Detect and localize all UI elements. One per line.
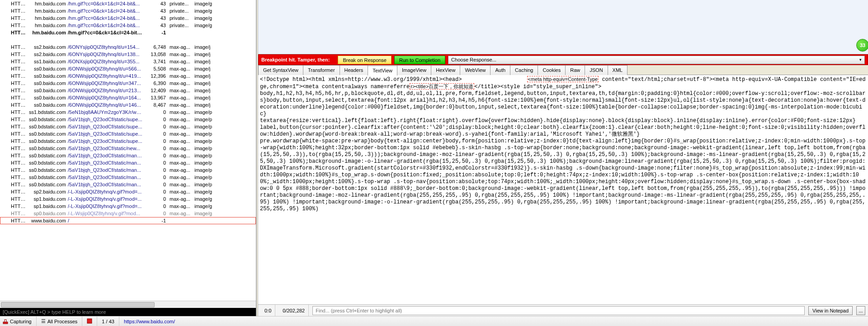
find-input[interactable]	[312, 306, 805, 315]
host-cell: ss0.bdstatic.com	[27, 152, 68, 159]
session-row[interactable]: HTTPSss0.baidu.com/6ONWsjip0QIZ8tyhnq/it…	[0, 87, 256, 94]
session-row[interactable]: HTTPSss0.bdstatic.com/5aV1bjqh_Q23odCf/s…	[0, 137, 256, 145]
url-cell: /5aV1bjqh_Q23odCf/static/man...	[68, 174, 142, 181]
host-cell: hm.baidu.com	[27, 14, 68, 22]
tab-json[interactable]: JSON	[585, 65, 608, 75]
host-cell: ss0.baidu.com	[27, 72, 68, 80]
selected-url: https://www.baidu.com/	[124, 319, 175, 324]
tab-caching[interactable]: Caching	[510, 65, 538, 75]
session-row[interactable]: HTTPShm.baidu.com/hm.gif?cc=0&ck=1&cl=24…	[0, 22, 256, 29]
session-row[interactable]	[0, 36, 256, 43]
size-cell: 12,409	[142, 87, 170, 94]
session-row[interactable]: HTTPShm.baidu.com/hm.gif?cc=0&ck=1&cl=24…	[0, 29, 256, 36]
tab-hexview[interactable]: HexView	[431, 65, 460, 75]
url-cell: /-L-Xsjip0QIZ8tyhnq/v.gif?mod=...	[68, 203, 142, 210]
tab-headers[interactable]: Headers	[340, 65, 368, 75]
quickexec-input[interactable]: [QuickExec] ALT+Q > type HELP to learn m…	[0, 308, 256, 316]
session-row[interactable]: HTTPSss0.bdstatic.com/5aV1bjqh_Q23odCf/s…	[0, 181, 256, 188]
tab-xml[interactable]: XML	[608, 65, 628, 75]
proto-cell: HTTPS	[0, 217, 27, 224]
tab-auth[interactable]: Auth	[490, 65, 510, 75]
url-cell: /6ONYsjip0QIZ8tyhnq/it/u=154...	[68, 43, 142, 51]
session-row[interactable]: HTTPSss0.bdstatic.com/5aV1bjqh_Q23odCf/s…	[0, 145, 256, 152]
session-row[interactable]: HTTPSss0.bdstatic.com/5aV1bjqh_Q23odCf/s…	[0, 116, 256, 123]
session-row[interactable]: HTTPSsp0.baidu.com/-L-Wsjip0QIZ8tyhnq/v.…	[0, 210, 256, 217]
ctype-cell: image/j	[194, 51, 217, 58]
proto-cell: HTTPS	[0, 210, 27, 217]
break-on-response-button[interactable]: Break on Response	[338, 56, 392, 64]
cache-cell: max-ag...	[170, 137, 194, 145]
proto-cell: HTTPS	[0, 137, 27, 145]
session-row[interactable]: HTTPSsp2.baidu.com/-L-Xsjip0QIZ8tyhnq/v.…	[0, 188, 256, 195]
choose-response-dropdown[interactable]: Choose Response... ▾	[448, 56, 865, 64]
session-row[interactable]: HTTPSss0.baidu.com/6ONWsjip0QIZ8tyhnq/it…	[0, 101, 256, 109]
size-cell: 43	[142, 22, 170, 29]
host-cell: ss0.bdstatic.com	[27, 174, 68, 181]
ctype-cell: image/p	[194, 166, 217, 174]
session-row[interactable]: HTTPSss0.bdstatic.com/5aV1bjqh_Q23odCf/s…	[0, 166, 256, 174]
session-row[interactable]: HTTPSss0.baidu.com/6ONWsjip0QIZ8tyhnq/it…	[0, 65, 256, 72]
cache-cell: private...	[170, 22, 194, 29]
session-row[interactable]: HTTPSss1.bdstatic.com/5eN1bjq8AAUYm2zgoY…	[0, 109, 256, 116]
processes-label[interactable]: All Processes	[47, 319, 78, 324]
url-cell: /6ONXsjip0QIZ8tyhnq/it/u=355...	[68, 58, 142, 65]
url-cell: /5aV1bjqh_Q23odCf/static/mant...	[68, 152, 142, 159]
inspector-tabs[interactable]: Get SyntaxViewTransformerHeadersTextView…	[258, 65, 868, 75]
session-row[interactable]: HTTPSss0.baidu.com/6ONWsjip0QIZ8tyhnq/it…	[0, 80, 256, 87]
proto-cell: HTTPS	[0, 152, 27, 159]
cache-cell: max-ag...	[170, 166, 194, 174]
session-row[interactable]: HTTPSss0.bdstatic.com/5aV1bjqh_Q23odCf/s…	[0, 159, 256, 166]
more-button[interactable]: ...	[856, 306, 865, 315]
tab-webview[interactable]: WebView	[460, 65, 491, 75]
host-cell: ss0.baidu.com	[27, 94, 68, 101]
session-row[interactable]: HTTPSwww.baidu.com/-1	[0, 217, 256, 224]
tab-transformer[interactable]: Transformer	[303, 65, 340, 75]
session-row[interactable]: HTTPSss2.baidu.com/6ONYsjip0QIZ8tyhnq/it…	[0, 43, 256, 51]
session-row[interactable]: HTTPSss0.bdstatic.com/5aV1bjqh_Q23odCf/s…	[0, 130, 256, 137]
session-row[interactable]: HTTPSss1.baidu.com/6ONXsjip0QIZ8tyhnq/it…	[0, 58, 256, 65]
textview-content[interactable]: <!Doctype html><html xmlns=http://www.w3…	[258, 75, 868, 304]
session-row[interactable]: HTTPSss0.bdstatic.com/5aV1bjqh_Q23odCf/s…	[0, 152, 256, 159]
size-cell: 0	[142, 210, 170, 217]
session-row[interactable]: HTTPShm.baidu.com/hm.gif?cc=0&ck=1&cl=24…	[0, 7, 256, 14]
ctype-cell: image/p	[194, 181, 217, 188]
host-cell: ss0.baidu.com	[27, 87, 68, 94]
ctype-cell: image/p	[194, 123, 217, 130]
cache-cell: max-ag...	[170, 188, 194, 195]
url-cell: /5aV1bjqh_Q23odCf/static/man...	[68, 159, 142, 166]
session-row[interactable]: HTTPSss2.baidu.com/6ONYsjip0QIZ8tyhnq/it…	[0, 51, 256, 58]
proto-cell: HTTPS	[0, 174, 27, 181]
tab-get-syntaxview[interactable]: Get SyntaxView	[258, 65, 303, 75]
cache-cell: max-ag...	[170, 109, 194, 116]
breakpoint-icon[interactable]	[87, 318, 92, 325]
capturing-label[interactable]: Capturing	[10, 319, 32, 324]
horizontal-scrollbar[interactable]	[0, 301, 256, 308]
ctype-cell: image/j	[194, 65, 217, 72]
proto-cell: HTTPS	[0, 0, 27, 7]
session-row[interactable]: HTTPShm.baidu.com/hm.gif?cc=0&ck=1&cl=24…	[0, 0, 256, 7]
session-row[interactable]: HTTPSss0.baidu.com/6ONWsjip0QIZ8tyhnq/it…	[0, 72, 256, 80]
tab-raw[interactable]: Raw	[565, 65, 585, 75]
session-row[interactable]: HTTPSss0.baidu.com/6ONWsjip0QIZ8tyhnq/it…	[0, 94, 256, 101]
session-row[interactable]: HTTPSsp1.baidu.com/-L-Xsjip0QIZ8tyhnq/v.…	[0, 203, 256, 210]
url-cell: /-L-Xsjip0QIZ8tyhnq/v.gif?mod=...	[68, 195, 142, 203]
ctype-cell: image/g	[194, 195, 217, 203]
breakpoint-badge: 33	[856, 39, 868, 52]
run-to-completion-button[interactable]: Run to Completion	[394, 56, 445, 64]
size-cell: 0	[142, 203, 170, 210]
session-row[interactable]: HTTPSss0.bdstatic.com/5aV1bjqh_Q23odCf/s…	[0, 123, 256, 130]
session-row[interactable]: HTTPSsp1.baidu.com/-L-Xsjip0QIZ8tyhnq/v.…	[0, 195, 256, 203]
view-in-notepad-button[interactable]: View in Notepad	[808, 306, 853, 315]
host-cell: sp1.baidu.com	[27, 195, 68, 203]
tab-textview[interactable]: TextView	[368, 66, 397, 76]
size-cell: -1	[142, 29, 170, 36]
session-row[interactable]: HTTPShm.baidu.com/hm.gif?cc=0&ck=1&cl=24…	[0, 14, 256, 22]
cache-cell: private...	[170, 0, 194, 7]
chevron-down-icon: ▾	[859, 57, 862, 63]
sessions-list[interactable]: HTTPShm.baidu.com/hm.gif?cc=0&ck=1&cl=24…	[0, 0, 256, 301]
ctype-cell: image/g	[194, 188, 217, 195]
session-row[interactable]: HTTPSss0.bdstatic.com/5aV1bjqh_Q23odCf/s…	[0, 174, 256, 181]
tab-cookies[interactable]: Cookies	[538, 65, 566, 75]
proto-cell: HTTPS	[0, 29, 27, 36]
tab-imageview[interactable]: ImageView	[397, 65, 431, 75]
